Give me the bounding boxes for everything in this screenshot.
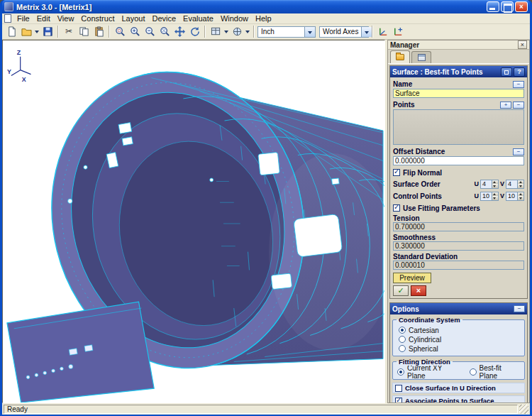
- close-button[interactable]: ×: [515, 1, 528, 12]
- use-fitting-label: Use Fitting Parameters: [403, 204, 480, 212]
- pan-button[interactable]: [172, 25, 187, 38]
- menu-layout[interactable]: Layout: [118, 14, 148, 23]
- options-section: Options − Coordinate System Cartesian Cy…: [389, 302, 528, 403]
- points-listbox[interactable]: [393, 109, 524, 145]
- copy-button[interactable]: [77, 25, 91, 38]
- dialog-pin-button[interactable]: [501, 67, 512, 77]
- surface-order-v-stepper[interactable]: 4: [506, 180, 524, 189]
- view-presets-button[interactable]: [209, 25, 223, 38]
- points-add-button[interactable]: +: [500, 102, 511, 109]
- app-icon: [4, 2, 13, 11]
- minimize-button[interactable]: [487, 1, 499, 12]
- axes-add-icon: [393, 26, 404, 37]
- surface-dialog: Surface : Best-fit To Points ? Name − Po…: [389, 65, 528, 299]
- toolbar-separator: [253, 26, 255, 38]
- spin-down-button[interactable]: [518, 184, 523, 188]
- coordinate-system-legend: Coordinate System: [397, 316, 462, 324]
- resize-grip[interactable]: [519, 405, 528, 414]
- radio-best-fit-plane[interactable]: [470, 368, 477, 376]
- menu-window[interactable]: Window: [217, 14, 252, 23]
- stddev-input[interactable]: [393, 261, 524, 270]
- axes-combo-arrow-icon[interactable]: [361, 27, 372, 37]
- maximize-button[interactable]: [501, 1, 514, 12]
- paste-button[interactable]: [92, 25, 106, 38]
- rotate-view-button[interactable]: [187, 25, 201, 38]
- display-mode-dropdown-arrow[interactable]: [245, 25, 250, 38]
- viewport-3d[interactable]: Z Y X: [2, 40, 385, 403]
- new-button[interactable]: [4, 25, 18, 38]
- name-input[interactable]: [393, 89, 524, 98]
- associate-points-checkbox[interactable]: [395, 398, 402, 404]
- document-icon[interactable]: [4, 14, 11, 23]
- tension-input[interactable]: [393, 222, 524, 231]
- menu-view[interactable]: View: [54, 14, 78, 23]
- points-collapse-button[interactable]: −: [513, 102, 524, 109]
- offset-collapse-button[interactable]: −: [513, 148, 524, 155]
- coordinate-system-group: Coordinate System Cartesian Cylindrical …: [392, 319, 525, 356]
- control-points-v-stepper[interactable]: 10: [506, 192, 524, 201]
- name-collapse-button[interactable]: −: [513, 81, 524, 88]
- options-collapse-button[interactable]: −: [514, 305, 525, 312]
- menu-device[interactable]: Device: [148, 14, 179, 23]
- titlebar[interactable]: Metrix 3.0 - [Metrix1] ×: [2, 0, 530, 13]
- zoom-out-button[interactable]: [143, 25, 157, 38]
- close-surface-label: Close Surface In U Direction: [405, 384, 496, 392]
- toolbar-separator: [109, 26, 110, 38]
- save-icon: [43, 26, 53, 37]
- menu-help[interactable]: Help: [252, 14, 275, 23]
- apply-button[interactable]: ✓: [393, 285, 409, 296]
- axis-triad: [11, 57, 31, 76]
- manager-tabs: [388, 50, 529, 64]
- zoom-in-button[interactable]: [128, 25, 142, 38]
- radio-cartesian[interactable]: [399, 327, 406, 334]
- client-area: Z Y X Manager × Surface : Best-fit To Po…: [2, 40, 530, 403]
- flip-normal-label: Flip Normal: [403, 169, 442, 177]
- offset-distance-input[interactable]: [393, 156, 524, 165]
- manager-close-button[interactable]: ×: [518, 40, 527, 49]
- radio-current-xy-label: Current XY Plane: [407, 364, 462, 380]
- dialog-help-button[interactable]: ?: [514, 67, 525, 77]
- save-button[interactable]: [40, 25, 55, 38]
- spin-down-button[interactable]: [492, 184, 498, 188]
- view-presets-dropdown-arrow[interactable]: [223, 25, 229, 38]
- units-combo-arrow-icon[interactable]: [304, 27, 315, 37]
- open-button[interactable]: [19, 25, 33, 38]
- radio-spherical[interactable]: [399, 345, 406, 352]
- radio-current-xy-plane[interactable]: [397, 368, 404, 376]
- copy-icon: [79, 26, 89, 37]
- fitting-direction-legend: Fitting Direction: [397, 358, 453, 366]
- control-points-u-stepper[interactable]: 10: [480, 192, 499, 201]
- menu-construct[interactable]: Construct: [77, 14, 118, 23]
- use-fitting-checkbox[interactable]: [393, 204, 400, 212]
- cut-button[interactable]: ✂: [62, 25, 76, 38]
- smoothness-input[interactable]: [393, 241, 524, 251]
- spin-down-button[interactable]: [492, 196, 498, 200]
- zoom-extents-button[interactable]: [157, 25, 172, 38]
- axes-add-button[interactable]: [391, 25, 405, 38]
- zoom-window-button[interactable]: [113, 25, 127, 38]
- open-dropdown-arrow[interactable]: [34, 25, 40, 38]
- tab-browser[interactable]: [390, 50, 410, 63]
- tab-properties[interactable]: [411, 51, 431, 63]
- menu-evaluate[interactable]: Evaluate: [179, 14, 217, 23]
- offset-distance-label: Offset Distance: [393, 148, 445, 155]
- rotate-icon: [189, 26, 200, 37]
- flip-normal-checkbox[interactable]: [393, 169, 400, 176]
- spin-down-button[interactable]: [518, 196, 523, 200]
- radio-cartesian-label: Cartesian: [409, 327, 439, 334]
- v-label: V: [500, 180, 504, 187]
- axes-combo[interactable]: World Axes: [319, 26, 369, 38]
- stddev-label: Standard Deviation: [393, 253, 458, 261]
- surface-order-u-stepper[interactable]: 4: [480, 180, 499, 189]
- radio-cylindrical[interactable]: [399, 336, 406, 343]
- close-surface-checkbox[interactable]: [395, 385, 402, 392]
- menu-edit[interactable]: Edit: [33, 14, 54, 23]
- axes-display-button[interactable]: [376, 25, 390, 38]
- zoom-in-icon: [130, 26, 140, 37]
- units-combo[interactable]: Inch: [257, 26, 316, 38]
- preview-button[interactable]: Preview: [393, 273, 431, 283]
- cancel-button[interactable]: ×: [411, 285, 426, 296]
- menubar: File Edit View Construct Layout Device E…: [2, 13, 530, 24]
- menu-file[interactable]: File: [13, 14, 33, 23]
- display-mode-button[interactable]: [230, 25, 244, 38]
